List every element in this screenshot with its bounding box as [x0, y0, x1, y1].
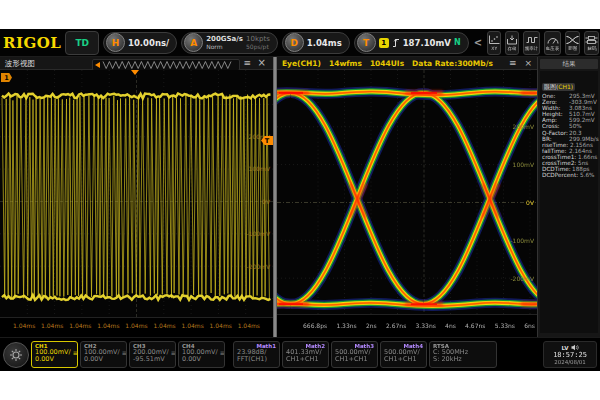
run-state-label: TD [75, 38, 89, 48]
impedance-icon: ≡ [171, 349, 176, 356]
x-axis-label: 3.33ns [416, 323, 436, 329]
eye-panel-title: Eye(CH1) [282, 59, 321, 68]
x-axis-label: 6ns [524, 323, 535, 329]
eye-menu-icon[interactable]: ≡ [509, 59, 517, 68]
timebase-value: 10.00ns/ [128, 38, 169, 48]
settings-button[interactable] [3, 342, 29, 368]
toolbar-prev-icon[interactable]: < [473, 37, 483, 48]
x-axis-label: 4.67ns [465, 323, 485, 329]
eye-close-icon[interactable]: × [524, 59, 532, 68]
oscilloscope-ui: RIGOL TD H 10.00ns/ A 200GSa/s Norm 10kp… [0, 29, 600, 371]
waveform-overview-strip[interactable] [92, 59, 240, 71]
channel-offset: 0.00V [84, 356, 123, 363]
channel-offset: 0.00V [182, 356, 221, 363]
math-expression: CH1+CH1 [335, 356, 374, 363]
eye-hot-spots [277, 93, 537, 304]
x-axis-label: 5.33ns [495, 323, 515, 329]
gear-icon [9, 348, 23, 362]
channel-box-ch4[interactable]: CH4 100.00mV/≡ 0.00V [178, 341, 225, 368]
toolbar-button-counter[interactable]: 频率计 [523, 31, 540, 55]
acquire-knob[interactable]: A [184, 33, 203, 52]
measurement-row: DCDPercent: 5.6% [542, 172, 596, 178]
clock-box[interactable]: LV 18:57:25 2024/08/01 [543, 341, 597, 368]
toolbar-button-eye[interactable]: 眼图 [565, 31, 580, 55]
x-axis-label: 2ns [366, 323, 377, 329]
x-axis-label: 4ns [445, 323, 456, 329]
waveform-menu-icon[interactable]: ≡ [243, 59, 251, 68]
storage-icon [506, 35, 518, 45]
math-expression: FFT(CH1) [237, 356, 276, 363]
eye-icon [566, 35, 579, 45]
system-date: 2024/08/01 [554, 359, 586, 365]
delay-value: 1.04ms [307, 38, 342, 48]
waveform-plot[interactable]: 200mV100mV0V-100mV-200mV 1 T [0, 70, 273, 318]
trigger-knob[interactable]: T [357, 33, 376, 52]
trigger-position-marker[interactable] [131, 70, 139, 75]
math-box-math3[interactable]: Math3 500.00mV/ CH1+CH1 [331, 341, 378, 368]
top-status-bar: RIGOL TD H 10.00ns/ A 200GSa/s Norm 10kp… [0, 29, 600, 57]
x-axis-label: 1.04ms [181, 323, 203, 329]
impedance-icon: ≡ [73, 349, 78, 356]
eye-panel-header: Eye(CH1) 14wfms 1044UIs Data Rate:300Mb/… [277, 57, 537, 70]
rigol-logo: RIGOL [3, 34, 61, 52]
math-box-math2[interactable]: Math2 401.33mV/ CH1+CH1 [282, 341, 329, 368]
impedance-icon: ≡ [220, 349, 225, 356]
measurement-value: 5.6% [580, 172, 594, 178]
results-body: 眼图(CH1) One: 295.3mV Zero: -303.9mV Widt… [540, 71, 598, 333]
beeper-icon [571, 344, 579, 351]
results-title: 结果 [540, 59, 598, 69]
sample-info: 200GSa/s Norm [206, 35, 243, 51]
eye-diagram-canvas [277, 70, 537, 314]
x-axis-label: 1.33ns [336, 323, 356, 329]
bottom-status-bar: CH1 100.00mV/≡ 0.00V CH2 100.00mV/≡ 0.00… [0, 337, 600, 371]
xy-icon [488, 35, 500, 45]
impedance-icon: ≡ [122, 349, 127, 356]
results-group-chip[interactable]: 眼图(CH1) [542, 83, 575, 91]
channel-offset: 0.00V [35, 356, 74, 363]
x-axis-label: 666.8ps [303, 323, 327, 329]
acquire-control[interactable]: A 200GSa/s Norm 10kpts 50ps/pt [181, 32, 278, 54]
screenshot-page: RIGOL TD H 10.00ns/ A 200GSa/s Norm 10kp… [0, 0, 600, 400]
waveform-close-icon[interactable]: × [258, 58, 266, 67]
trigger-source-badge: 1 [379, 38, 389, 48]
memory-depth: 10kpts [246, 35, 270, 43]
x-axis-label: 1.04ms [41, 323, 63, 329]
toolbar-button-xy[interactable]: XY [487, 31, 501, 55]
x-axis-label: 1.04ms [97, 323, 119, 329]
overview-zigzag [102, 60, 234, 70]
delay-control[interactable]: D 1.04ms [282, 32, 350, 54]
eye-diagram-plot[interactable]: 200mV100mV0V-100mV-200mV [277, 70, 537, 315]
math-expression: CH1+CH1 [384, 356, 423, 363]
sample-resolution: 50ps/pt [246, 43, 270, 51]
toolbar-button-decode[interactable]: 解码 [584, 31, 599, 55]
dvm-icon [547, 35, 559, 45]
waveform-view-header: 波形视图 ≡ × [0, 57, 273, 70]
trigger-control[interactable]: T 1 187.10mV N [354, 32, 469, 54]
rising-edge-icon [392, 38, 400, 48]
results-sidebar: 结果 眼图(CH1) One: 295.3mV Zero: -303.9mV W… [537, 57, 600, 337]
x-axis-label: 1.04ms [238, 323, 260, 329]
rtsa-span: S: 20kHz [433, 356, 493, 363]
trigger-sweep-mode: N [454, 38, 461, 47]
toolbar-button-dvm[interactable]: 电压表 [544, 31, 561, 55]
math-box-math1[interactable]: Math1 23.98dB/ FFT(CH1) [233, 341, 280, 368]
counter-icon [526, 35, 538, 45]
math-box-math4[interactable]: Math4 500.00mV/ CH1+CH1 [380, 341, 427, 368]
acquire-mode: Norm [206, 43, 243, 51]
decode-icon [585, 35, 598, 45]
channel-box-ch1[interactable]: CH1 100.00mV/≡ 0.00V [31, 341, 78, 368]
x-axis-label: 2.67ns [386, 323, 406, 329]
toolbar-button-storage[interactable]: 存储 [505, 31, 519, 55]
eye-wfms-count: 14wfms [329, 59, 362, 68]
status-indicator: LV [561, 345, 568, 351]
channel-box-ch2[interactable]: CH2 100.00mV/≡ 0.00V [80, 341, 127, 368]
horizontal-knob[interactable]: H [106, 33, 125, 52]
run-state-button[interactable]: TD [65, 31, 99, 55]
delay-knob[interactable]: D [285, 33, 304, 52]
x-axis-label: 1.04ms [153, 323, 175, 329]
rtsa-box[interactable]: RTSA C: 500MHz S: 20kHz [429, 341, 497, 368]
memory-info: 10kpts 50ps/pt [246, 35, 270, 51]
channel-box-ch3[interactable]: CH3 200.00mV/≡ -95.51mV [129, 341, 176, 368]
overview-left-arrow-icon[interactable] [95, 62, 100, 68]
horizontal-scale-control[interactable]: H 10.00ns/ [103, 32, 177, 54]
